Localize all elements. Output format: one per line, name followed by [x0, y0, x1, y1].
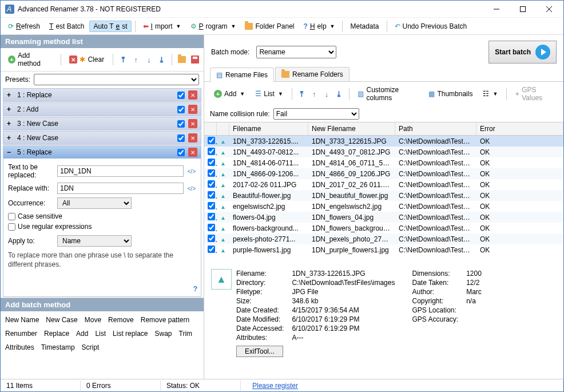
batch-method-timestamp[interactable]: Timestamp: [41, 343, 75, 351]
batch-method-attributes[interactable]: Attributes: [5, 343, 34, 351]
method-1-delete[interactable]: ✕: [188, 90, 197, 100]
undo-button[interactable]: ↶Undo Previous Batch: [391, 21, 471, 32]
customize-columns-button[interactable]: ▥Customize columns: [354, 84, 422, 104]
close-button[interactable]: [536, 1, 562, 17]
table-row[interactable]: ▲flowers-04.jpg1DN_flowers_04.jpgC:\NetD…: [204, 212, 563, 223]
method-3-delete[interactable]: ✕: [188, 119, 197, 128]
table-row[interactable]: ▲1DN_4866-09-1206...1DN_4866_09_1206.JPG…: [204, 168, 563, 179]
row-checkbox[interactable]: [208, 235, 215, 242]
refresh-button[interactable]: ⟳Refresh: [4, 21, 44, 32]
row-checkbox[interactable]: [208, 148, 215, 155]
batch-method-trim[interactable]: Trim: [179, 330, 193, 338]
move-up-button[interactable]: ↑: [131, 54, 142, 65]
method-4-delete[interactable]: ✕: [188, 133, 197, 142]
method-item-1[interactable]: +1 : Replace✕: [3, 89, 201, 101]
method-item-2[interactable]: +2 : Add✕: [3, 103, 201, 116]
replace-with-input[interactable]: [57, 183, 184, 194]
row-checkbox[interactable]: [208, 202, 215, 209]
method-3-enable[interactable]: [177, 120, 185, 128]
col-new-filename[interactable]: New Filename: [308, 122, 395, 135]
regex-checkbox[interactable]: [8, 223, 15, 231]
start-batch-button[interactable]: Start batch: [488, 41, 557, 64]
batch-method-add[interactable]: Add: [76, 330, 88, 338]
maximize-button[interactable]: [510, 1, 536, 17]
row-checkbox[interactable]: [208, 137, 215, 144]
batch-method-list-replace[interactable]: List replace: [113, 330, 148, 338]
table-row[interactable]: ▲engelswisch2.jpg1DN_engelswisch2.jpgC:\…: [204, 201, 563, 212]
method-item-5[interactable]: −5 : Replace✕: [3, 146, 201, 159]
open-button[interactable]: [177, 54, 188, 65]
exiftool-button[interactable]: ExifTool...: [236, 346, 283, 357]
batch-method-remove[interactable]: Remove: [108, 316, 134, 324]
register-link[interactable]: Please register: [252, 382, 298, 390]
row-checkbox[interactable]: [208, 159, 215, 166]
auto-test-button[interactable]: Auto Test: [89, 21, 131, 32]
add-method-button[interactable]: +Add method: [4, 50, 56, 69]
list-bottom-button[interactable]: ⤓: [334, 88, 344, 100]
save-button[interactable]: [189, 54, 200, 65]
list-up-button[interactable]: ↑: [309, 88, 319, 100]
gps-values-button[interactable]: ⌖GPS Values: [511, 84, 558, 104]
help-button[interactable]: ?Help▼: [300, 21, 339, 32]
batch-method-script[interactable]: Script: [82, 343, 100, 351]
metadata-button[interactable]: Metadata: [346, 21, 383, 32]
test-batch-button[interactable]: Test Batch: [45, 21, 88, 32]
display-options-button[interactable]: ☷▼: [479, 88, 502, 100]
folder-panel-button[interactable]: Folder Panel: [241, 21, 298, 32]
method-2-enable[interactable]: [177, 106, 185, 113]
table-row[interactable]: ▲flowers-background...1DN_flowers_backgr…: [204, 223, 563, 233]
batch-method-list[interactable]: List: [95, 330, 106, 338]
row-checkbox[interactable]: [208, 213, 215, 220]
row-checkbox[interactable]: [208, 224, 215, 231]
method-item-3[interactable]: +3 : New Case✕: [3, 117, 201, 130]
batch-mode-select[interactable]: Rename: [256, 46, 336, 58]
move-down-button[interactable]: ↓: [144, 54, 154, 65]
method-4-enable[interactable]: [177, 134, 185, 142]
method-5-enable[interactable]: [177, 149, 185, 156]
method-item-4[interactable]: +4 : New Case✕: [3, 132, 201, 144]
row-checkbox[interactable]: [208, 191, 215, 199]
row-checkbox[interactable]: [208, 246, 215, 253]
text-replaced-input[interactable]: [57, 165, 184, 177]
row-checkbox[interactable]: [208, 169, 215, 177]
method-1-enable[interactable]: [177, 92, 185, 99]
list-top-button[interactable]: ⤒: [297, 88, 307, 100]
help-icon[interactable]: ?: [193, 285, 197, 293]
case-sensitive-checkbox[interactable]: [8, 213, 15, 220]
col-filename[interactable]: Filename: [229, 122, 308, 135]
tag-icon[interactable]: </>: [187, 184, 196, 193]
list-down-button[interactable]: ↓: [321, 88, 332, 100]
import-button[interactable]: ⬅Import▼: [139, 21, 185, 32]
occurrence-select[interactable]: All: [57, 197, 132, 209]
list-button[interactable]: ☰List▼: [251, 88, 287, 100]
tab-rename-folders[interactable]: Rename Folders: [275, 67, 349, 81]
move-top-button[interactable]: ⤒: [118, 54, 129, 65]
batch-method-move[interactable]: Move: [85, 316, 101, 324]
batch-method-new-case[interactable]: New Case: [46, 316, 77, 324]
move-bottom-button[interactable]: ⤓: [157, 54, 168, 65]
table-row[interactable]: ▲pexels-photo-2771...1DN_pexels_photo_27…: [204, 233, 563, 244]
table-row[interactable]: ▲purple-flowers1.jpg1DN_purple_flowers1.…: [204, 244, 563, 255]
presets-select[interactable]: [34, 74, 199, 85]
batch-method-swap[interactable]: Swap: [154, 330, 172, 338]
method-5-delete[interactable]: ✕: [188, 148, 197, 157]
program-button[interactable]: ⚙Program▼: [186, 21, 240, 32]
apply-to-select[interactable]: Name: [57, 235, 132, 247]
col-path[interactable]: Path: [395, 122, 476, 135]
table-row[interactable]: ▲Beautiful-flower.jpg1DN_beautiful_flowe…: [204, 190, 563, 201]
batch-method-new-name[interactable]: New Name: [5, 316, 39, 324]
minimize-button[interactable]: [483, 1, 510, 17]
table-row[interactable]: ▲2017-02-26 011.JPG1DN_2017_02_26 011.JP…: [204, 179, 563, 190]
batch-method-remove-pattern[interactable]: Remove pattern: [141, 316, 189, 324]
tab-rename-files[interactable]: ▤Rename Files: [210, 68, 274, 82]
batch-method-renumber[interactable]: Renumber: [5, 330, 37, 338]
batch-method-replace[interactable]: Replace: [44, 330, 69, 338]
table-row[interactable]: ▲1DN_4814-06-0711...1DN_4814_06_0711_5x7…: [204, 157, 563, 168]
thumbnails-button[interactable]: ▦Thumbnails: [424, 88, 476, 100]
table-row[interactable]: ▲1DN_3733-122615....1DN_3733_122615.JPGC…: [204, 136, 563, 146]
table-row[interactable]: ▲1DN_4493-07-0812...1DN_4493_07_0812.JPG…: [204, 146, 563, 157]
row-checkbox[interactable]: [208, 180, 215, 188]
col-error[interactable]: Error: [476, 122, 563, 135]
method-2-delete[interactable]: ✕: [188, 105, 197, 114]
clear-button[interactable]: ✕✱Clear: [65, 54, 108, 65]
